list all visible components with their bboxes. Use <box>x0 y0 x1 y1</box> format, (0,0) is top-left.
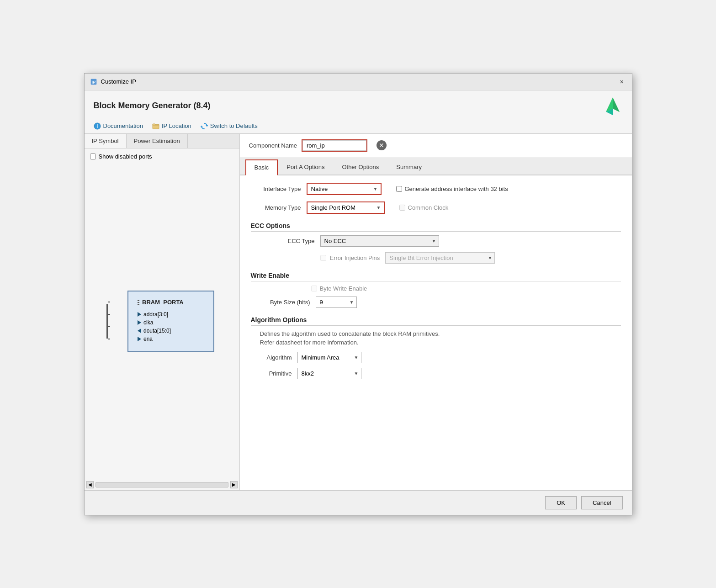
bram-bars <box>138 300 139 305</box>
folder-icon <box>152 122 159 130</box>
h-line-4 <box>108 339 110 339</box>
ip-location-label: IP Location <box>162 122 191 129</box>
algorithm-section: Defines the algorithm used to concatenat… <box>251 329 621 379</box>
error-injection-checkbox[interactable] <box>320 255 326 261</box>
generate-address-label: Generate address interface with 32 bits <box>405 185 508 192</box>
ecc-type-select-wrap: No ECC Hamming ECC SECDED ECC ▼ <box>320 235 439 247</box>
left-panel: IP Symbol Power Estimation Show disabled… <box>85 134 240 490</box>
bram-box: BRAM_PORTA addra[3:0] clka douta[15 <box>127 291 214 352</box>
tab-power-estimation[interactable]: Power Estimation <box>127 134 188 148</box>
show-disabled-checkbox[interactable] <box>90 154 96 159</box>
info-icon: i <box>94 122 101 130</box>
error-injection-select[interactable]: Single Bit Error Injection Double Bit Er… <box>385 252 495 264</box>
generate-address-checkbox[interactable] <box>396 186 402 192</box>
tab-port-a-options[interactable]: Port A Options <box>278 159 333 175</box>
algorithm-select-row: Algorithm Minimum Area Low Power Fixed P… <box>260 352 621 363</box>
close-button[interactable]: × <box>617 77 626 86</box>
component-name-row: Component Name ✕ <box>240 134 632 158</box>
h-line-3 <box>108 326 110 327</box>
common-clock-row: Common Clock <box>399 204 449 211</box>
ecc-type-label: ECC Type <box>260 238 315 244</box>
port-addra: addra[3:0] <box>143 311 168 318</box>
tab-other-options[interactable]: Other Options <box>333 159 387 175</box>
documentation-label: Documentation <box>103 122 143 129</box>
symbol-area: BRAM_PORTA addra[3:0] clka douta[15 <box>85 164 239 479</box>
byte-size-row: Byte Size (bits) 8 9 ▼ <box>260 297 621 308</box>
ecc-type-select[interactable]: No ECC Hamming ECC SECDED ECC <box>320 235 439 247</box>
ecc-type-row: ECC Type No ECC Hamming ECC SECDED ECC ▼ <box>260 235 621 247</box>
bram-port-title: BRAM_PORTA <box>142 299 184 306</box>
tab-basic[interactable]: Basic <box>245 159 278 175</box>
component-name-input-wrap <box>302 139 367 152</box>
vivado-logo <box>603 97 623 115</box>
svg-text:i: i <box>96 124 98 129</box>
left-tabs: IP Symbol Power Estimation <box>85 134 239 148</box>
memory-type-select-wrap: Single Port RAM Simple Dual Port RAM Tru… <box>307 201 385 214</box>
dialog-title: Customize IP <box>101 78 136 85</box>
primitive-label: Primitive <box>260 370 292 377</box>
interface-type-select[interactable]: Native AXI4 <box>308 184 381 194</box>
main-title: Block Memory Generator (8.4) <box>94 101 211 111</box>
bram-title: BRAM_PORTA <box>138 299 204 306</box>
cancel-button[interactable]: Cancel <box>581 496 622 509</box>
left-v-bar <box>106 304 108 339</box>
port-line-ena: ena <box>138 336 204 342</box>
footer: OK Cancel <box>85 490 632 515</box>
write-enable-section: Byte Write Enable Byte Size (bits) 8 9 ▼ <box>251 285 621 308</box>
byte-write-enable-label: Byte Write Enable <box>320 285 367 292</box>
port-line-douta: douta[15:0] <box>138 328 204 334</box>
algorithm-section-title: Algorithm Options <box>251 316 621 326</box>
ip-location-button[interactable]: IP Location <box>152 122 191 130</box>
algorithm-description: Defines the algorithm used to concatenat… <box>260 329 621 347</box>
port-line-clka: clka <box>138 319 204 326</box>
scroll-track[interactable] <box>95 482 228 487</box>
content-area: IP Symbol Power Estimation Show disabled… <box>85 134 632 490</box>
scroll-left-btn[interactable]: ◀ <box>86 481 94 488</box>
algorithm-rows: Algorithm Minimum Area Low Power Fixed P… <box>260 352 621 379</box>
ok-button[interactable]: OK <box>545 496 577 509</box>
interface-type-label: Interface Type <box>251 185 301 192</box>
port-line-addra: addra[3:0] <box>138 311 204 318</box>
switch-defaults-label: Switch to Defaults <box>210 122 258 129</box>
primitive-select[interactable]: 8kx2 16kx1 512x36 <box>297 368 361 379</box>
memory-type-select[interactable]: Single Port RAM Simple Dual Port RAM Tru… <box>308 202 384 213</box>
left-scrollbar[interactable]: ◀ ▶ <box>85 479 239 490</box>
component-name-input[interactable] <box>302 140 366 151</box>
byte-size-select[interactable]: 8 9 <box>316 297 357 308</box>
algorithm-label: Algorithm <box>260 354 292 361</box>
show-disabled-label: Show disabled ports <box>99 153 152 160</box>
port-ena: ena <box>143 336 153 342</box>
algorithm-select[interactable]: Minimum Area Low Power Fixed Primitive <box>297 352 361 363</box>
common-clock-checkbox[interactable] <box>399 205 405 211</box>
byte-write-enable-row: Byte Write Enable <box>311 285 621 292</box>
documentation-button[interactable]: i Documentation <box>94 122 143 130</box>
h-line-1 <box>108 302 110 302</box>
tab-summary[interactable]: Summary <box>387 159 430 175</box>
arrow-right-clka <box>138 320 141 325</box>
arrow-right-addra <box>138 312 141 317</box>
switch-defaults-button[interactable]: Switch to Defaults <box>201 122 258 130</box>
byte-write-enable-checkbox[interactable] <box>311 286 317 291</box>
arrow-left-douta <box>138 328 141 333</box>
show-disabled-row: Show disabled ports <box>85 148 239 164</box>
title-bar: IP Customize IP × <box>85 74 632 90</box>
port-clka: clka <box>143 319 153 326</box>
component-name-label: Component Name <box>249 142 297 149</box>
primitive-select-wrap: 8kx2 16kx1 512x36 ▼ <box>297 368 361 379</box>
toolbar: i Documentation IP Location Switch to De… <box>85 119 632 134</box>
customize-ip-dialog: IP Customize IP × Block Memory Generator… <box>84 73 632 515</box>
algorithm-select-wrap: Minimum Area Low Power Fixed Primitive ▼ <box>297 352 361 363</box>
ecc-section-title: ECC Options <box>251 222 621 232</box>
interface-type-row: Interface Type Native AXI4 ▼ Generate ad… <box>251 183 621 195</box>
algo-desc-line2: Refer datasheet for more information. <box>260 338 621 347</box>
byte-size-label: Byte Size (bits) <box>260 299 310 306</box>
clear-component-name-button[interactable]: ✕ <box>377 140 387 150</box>
error-injection-select-wrap: Single Bit Error Injection Double Bit Er… <box>385 252 495 264</box>
tab-ip-symbol[interactable]: IP Symbol <box>85 134 127 148</box>
scroll-right-btn[interactable]: ▶ <box>230 481 238 488</box>
write-enable-title: Write Enable <box>251 272 621 281</box>
arrow-right-ena <box>138 337 141 341</box>
error-injection-label: Error Injection Pins <box>330 254 380 261</box>
memory-type-label: Memory Type <box>251 204 301 211</box>
error-injection-row: Error Injection Pins Single Bit Error In… <box>320 252 621 264</box>
